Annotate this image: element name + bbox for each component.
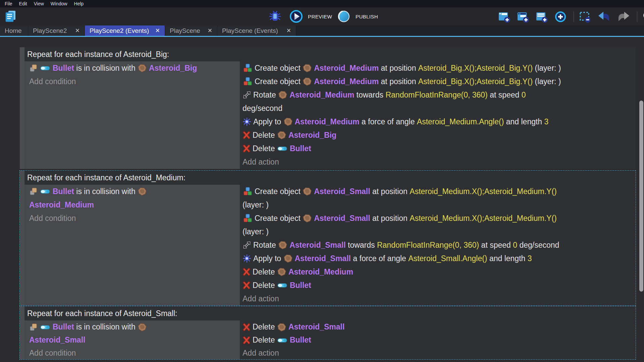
add-action-button[interactable]: Add action <box>240 347 636 359</box>
action-row[interactable]: Create object Asteroid_Small at position… <box>240 185 636 198</box>
event-grip[interactable] <box>20 47 24 169</box>
tab-playscene2[interactable]: PlayScene2✕ <box>28 25 85 36</box>
action-row[interactable]: Delete Asteroid_Big <box>240 128 636 142</box>
conditions-column[interactable]: Bullet is in collision with Asteroid_Big… <box>24 61 240 169</box>
vertical-scrollbar-thumb[interactable] <box>639 101 643 292</box>
condition-row[interactable]: Asteroid_Small <box>24 334 240 347</box>
event-block[interactable]: Repeat for each instance of Asteroid_Med… <box>19 170 636 306</box>
action-row[interactable]: Delete Bullet <box>240 334 636 347</box>
tab-home[interactable]: Home <box>0 25 28 36</box>
add-action-button[interactable]: Add action <box>240 155 636 169</box>
redo-button[interactable] <box>617 11 632 22</box>
add-action-button[interactable]: Add action <box>240 292 636 305</box>
asteroid-icon <box>303 187 312 196</box>
add-subevent-button[interactable] <box>517 10 531 23</box>
action-text: Delete <box>253 267 277 277</box>
menu-item-view[interactable]: View <box>31 0 47 7</box>
bullet-icon <box>277 282 288 288</box>
add-comment-icon <box>535 10 548 23</box>
action-row[interactable]: Create object Asteroid_Small at position… <box>240 212 636 225</box>
delete-icon <box>243 144 251 153</box>
undo-button[interactable] <box>597 11 613 22</box>
tab-close-icon[interactable]: ✕ <box>282 27 291 34</box>
action-row[interactable]: Rotate Asteroid_Medium towards RandomFlo… <box>240 88 636 102</box>
actions-column[interactable]: Delete Asteroid_SmallDelete BulletAdd ac… <box>240 320 636 359</box>
condition-row[interactable]: Bullet is in collision with <box>24 185 240 198</box>
tab-playscene2-events-[interactable]: PlayScene2 (Events)✕ <box>85 25 165 36</box>
collision-icon <box>29 64 38 72</box>
search-events-button[interactable] <box>642 10 644 23</box>
add-other-event-button[interactable] <box>554 10 569 23</box>
condition-row[interactable]: Bullet is in collision with <box>24 320 240 334</box>
delete-icon <box>243 131 251 139</box>
action-text: towards <box>346 241 377 250</box>
add-condition-button[interactable]: Add condition <box>24 347 240 359</box>
action-row[interactable]: Delete Bullet <box>240 279 636 292</box>
preview-button[interactable]: PREVIEW <box>289 9 332 23</box>
action-text: Create object <box>255 77 303 86</box>
action-text: Delete <box>253 281 277 290</box>
action-row[interactable]: Delete Bullet <box>240 142 636 155</box>
delete-icon <box>243 323 251 331</box>
event-body: Repeat for each instance of Asteroid_Big… <box>24 47 636 169</box>
object-name: Asteroid_Small <box>29 336 85 345</box>
delete-selection-button[interactable] <box>579 10 593 23</box>
expression-text: 0 <box>513 241 517 250</box>
add-comment-button[interactable] <box>535 10 550 23</box>
menu-item-window[interactable]: Window <box>47 0 71 7</box>
object-name: Bullet <box>53 187 74 196</box>
action-row[interactable]: deg/second <box>240 102 636 115</box>
menu-item-edit[interactable]: Edit <box>16 0 31 7</box>
action-text: towards <box>354 90 385 100</box>
event-header[interactable]: Repeat for each instance of Asteroid_Big… <box>24 47 636 61</box>
add-condition-button[interactable]: Add condition <box>24 75 240 88</box>
action-row[interactable]: Create object Asteroid_Medium at positio… <box>240 61 636 75</box>
asteroid-icon <box>277 322 286 332</box>
add-condition-label: Add condition <box>29 214 76 223</box>
event-header[interactable]: Repeat for each instance of Asteroid_Med… <box>24 171 636 185</box>
menu-item-help[interactable]: Help <box>71 0 87 7</box>
tab-close-icon[interactable]: ✕ <box>204 27 212 34</box>
tab-close-icon[interactable]: ✕ <box>151 27 160 34</box>
actions-column[interactable]: Create object Asteroid_Small at position… <box>240 185 636 305</box>
expression-text: RandomFloatInRange(0, 360) <box>385 90 487 100</box>
toolbar-separator <box>574 11 574 22</box>
action-text: (layer: ) <box>533 77 561 86</box>
action-row[interactable]: Rotate Asteroid_Small towards RandomFloa… <box>240 238 636 252</box>
rotate-icon <box>243 90 251 99</box>
project-manager-button[interactable] <box>4 10 19 23</box>
conditions-column[interactable]: Bullet is in collision with Asteroid_Sma… <box>24 320 240 359</box>
add-condition-button[interactable]: Add condition <box>24 212 240 225</box>
add-subevent-icon <box>517 10 529 23</box>
events-sheet: Repeat for each instance of Asteroid_Big… <box>0 37 644 362</box>
debug-button[interactable] <box>268 9 284 23</box>
action-row[interactable]: Create object Asteroid_Medium at positio… <box>240 75 636 88</box>
add-event-button[interactable] <box>498 10 513 23</box>
action-row[interactable]: Apply to Asteroid_Medium a force of angl… <box>240 115 636 128</box>
tab-close-icon[interactable]: ✕ <box>71 27 80 34</box>
expression-text: Asteroid_Big.X();Asteroid_Big.Y() <box>418 77 533 86</box>
event-grip[interactable] <box>20 171 24 305</box>
action-text: (layer: ) <box>243 227 269 236</box>
event-block[interactable]: Repeat for each instance of Asteroid_Sma… <box>19 306 636 360</box>
action-row[interactable]: Delete Asteroid_Small <box>240 320 636 334</box>
event-grip[interactable] <box>20 306 24 359</box>
expression-text: Asteroid_Medium.Angle() <box>417 117 504 126</box>
delete-icon <box>243 281 251 289</box>
condition-row[interactable]: Bullet is in collision with Asteroid_Big <box>24 61 240 75</box>
tab-playscene-events-[interactable]: PlayScene (Events)✕ <box>217 25 296 36</box>
tab-playscene[interactable]: PlayScene✕ <box>165 25 217 36</box>
event-header[interactable]: Repeat for each instance of Asteroid_Sma… <box>24 306 636 320</box>
action-row[interactable]: Apply to Asteroid_Small a force of angle… <box>240 252 636 265</box>
conditions-column[interactable]: Bullet is in collision with Asteroid_Med… <box>24 185 240 305</box>
event-columns: Bullet is in collision with Asteroid_Sma… <box>24 320 636 359</box>
action-row[interactable]: (layer: ) <box>240 198 636 212</box>
condition-row[interactable]: Asteroid_Medium <box>24 198 240 212</box>
actions-column[interactable]: Create object Asteroid_Medium at positio… <box>240 61 636 169</box>
menu-item-file[interactable]: File <box>1 0 16 7</box>
action-row[interactable]: (layer: ) <box>240 225 636 238</box>
event-block[interactable]: Repeat for each instance of Asteroid_Big… <box>19 47 636 169</box>
action-text: Delete <box>253 144 277 153</box>
action-row[interactable]: Delete Asteroid_Medium <box>240 265 636 279</box>
publish-button[interactable]: PUBLISH <box>337 9 378 23</box>
